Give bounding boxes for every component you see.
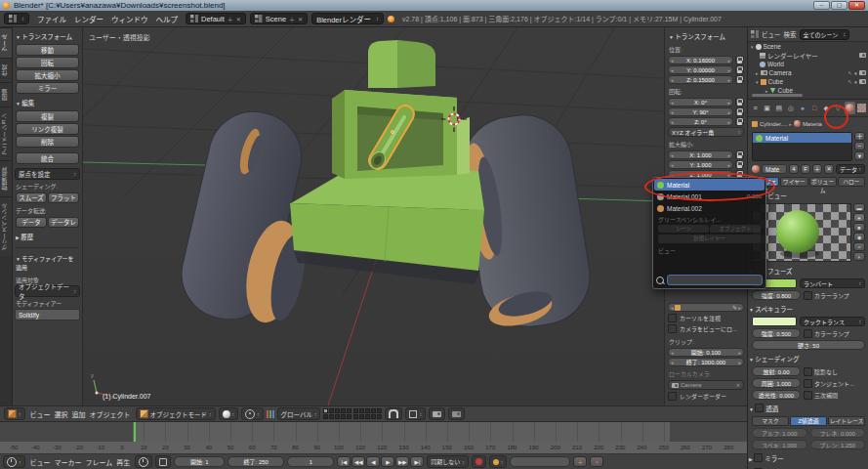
edit-tool-button[interactable]: 複製	[16, 110, 79, 122]
manipulator-icons[interactable]	[267, 410, 274, 418]
preview-range-toggle[interactable]	[135, 455, 152, 468]
snap-element-dropdown[interactable]: ↕	[405, 407, 426, 420]
popup-item-material-001[interactable]: Material.001 0.200	[654, 191, 765, 202]
preview-sphere-button[interactable]: ●	[853, 213, 865, 222]
shade-flat-button[interactable]: フラット	[48, 192, 79, 203]
render-engine-selector[interactable]: Blenderレンダー	[311, 13, 384, 24]
tab-modifiers-wrench-icon[interactable]: ◆	[821, 102, 832, 114]
breadcrumb-material[interactable]: Materia	[803, 121, 822, 127]
view3d-menu-item[interactable]: ビュー	[28, 411, 53, 418]
preview-hair-button[interactable]: ≈	[853, 242, 865, 251]
preview-sky-button[interactable]: ◗	[853, 252, 865, 261]
insert-keyframe-button[interactable]: ＋	[573, 456, 587, 467]
tab-create[interactable]: 作成	[0, 58, 12, 82]
edit-tool-button[interactable]: リンク複製	[16, 123, 79, 135]
clip-end-field[interactable]: 終了: 1000.000	[668, 358, 744, 366]
transform-tool-button[interactable]: 拡大縮小	[16, 69, 79, 81]
view3d-menu-item[interactable]: 選択	[53, 411, 70, 418]
panel-transparency[interactable]: 透過	[748, 401, 868, 415]
preview-cube-button[interactable]: ■	[853, 223, 865, 232]
tab-object-icon[interactable]: □	[808, 102, 819, 114]
lock-icon[interactable]	[735, 160, 744, 169]
panel-edit[interactable]: 編集	[15, 95, 80, 109]
properties-editor-icon[interactable]: ≡	[750, 102, 761, 114]
jump-to-start-button[interactable]: |◀	[337, 456, 351, 467]
outliner-item-render-layers[interactable]: レンダーレイヤー	[748, 51, 868, 60]
cubic-checkbox[interactable]: 三次補間	[804, 391, 838, 400]
specular-shader-dropdown[interactable]: クックトランス↕	[800, 317, 865, 326]
rot-y-field[interactable]: Y: 90°	[668, 107, 733, 116]
editor-type-button[interactable]	[4, 13, 29, 24]
lock-cursor-checkbox[interactable]: カーソルを注視	[668, 314, 744, 322]
diffuse-intensity-slider[interactable]: 強度: 0.800	[752, 290, 801, 300]
view3d-menu-item[interactable]: 追加	[70, 411, 88, 418]
translucency-field[interactable]: 透光性: 0.000	[752, 390, 801, 400]
pivot-dropdown[interactable]: ↕	[241, 407, 264, 420]
breadcrumb-object[interactable]: Cylinder....	[760, 121, 787, 127]
tab-world-icon[interactable]: ●	[797, 102, 807, 114]
viewport-3d[interactable]: x y ユーザー・透視投影 (1) Cylinder.007	[83, 27, 664, 405]
panel-shading[interactable]: シェーディング	[748, 351, 868, 365]
view3d-menu-item[interactable]: オブジェクト	[88, 411, 133, 418]
data-layout-button[interactable]: データレ	[48, 217, 79, 228]
titlebar[interactable]: Blender* [C:¥Users¥anazawa¥Downloads¥scr…	[0, 0, 868, 11]
panel-history[interactable]: 履歴	[15, 229, 80, 243]
modifier-name-field[interactable]: Solidify	[15, 309, 80, 320]
viewport-canvas[interactable]: x y	[83, 27, 664, 405]
tank-hull[interactable]	[290, 163, 484, 284]
slot-remove-button[interactable]: −	[854, 142, 865, 150]
outliner-item-world[interactable]: World	[748, 60, 868, 68]
tab-object-data-icon[interactable]: ▽	[833, 102, 844, 114]
outliner-hscrollbar[interactable]	[752, 94, 803, 97]
tab-scene-icon[interactable]: ◎	[785, 102, 796, 114]
outliner-view-menu[interactable]: ビュー	[762, 29, 781, 39]
scene-selector[interactable]: Scene ＋ ✕	[250, 13, 308, 24]
type-volume-tab[interactable]: ボリューム	[809, 177, 837, 187]
editor-type-3dview-button[interactable]: ↕	[4, 407, 25, 420]
transform-tool-button[interactable]: 移動	[16, 44, 79, 56]
renderable-camera-icon[interactable]	[859, 53, 866, 58]
set-origin-dropdown[interactable]: 原点を設定↕	[15, 168, 80, 180]
sync-dropdown[interactable]: 同期しない↕	[427, 455, 469, 468]
frame-lock-toggle[interactable]	[155, 455, 171, 468]
layer-buttons[interactable]	[323, 408, 382, 419]
preview-flat-button[interactable]: ▬	[853, 203, 865, 212]
tab-material-icon[interactable]	[845, 102, 855, 114]
raytrace-tab[interactable]: レイトレース	[828, 416, 865, 426]
timeline-menu-item[interactable]: フレーム	[84, 459, 115, 466]
current-frame-field[interactable]: 1	[287, 456, 334, 467]
specular-alpha-field[interactable]: スペキ: 1.000	[752, 440, 807, 449]
data-transfer-button[interactable]: データ	[16, 217, 47, 228]
orientation-dropdown[interactable]: グローバル↕	[277, 407, 321, 420]
menu-item[interactable]: ウィンドウ	[107, 16, 152, 24]
scene-add-button[interactable]: ＋	[289, 15, 295, 23]
tangent-checkbox[interactable]: タンジェント...	[804, 379, 854, 388]
scale-y-field[interactable]: Y: 1.000	[668, 160, 733, 169]
outliner-item-cube[interactable]: ▾ Cube ↖●	[748, 77, 868, 86]
delete-keyframe-button[interactable]: ✕	[590, 456, 603, 467]
specular-color-swatch[interactable]	[752, 317, 797, 326]
snap-toggle-button[interactable]	[385, 407, 402, 420]
mask-tab[interactable]: マスク	[752, 416, 789, 426]
transform-tool-button[interactable]: ミラー	[16, 82, 79, 94]
unlink-material-button[interactable]: ✕	[824, 164, 834, 174]
panel-npanel-transform[interactable]: トランスフォーム	[668, 28, 744, 43]
diffuse-shader-dropdown[interactable]: ランバート↕	[800, 278, 865, 288]
lock-icon[interactable]	[735, 75, 744, 84]
shade-smooth-button[interactable]: スムーズ	[16, 192, 47, 203]
menu-item[interactable]: レンダー	[70, 16, 107, 24]
jump-to-end-button[interactable]: ▶|	[410, 456, 424, 467]
viewport-shading-dropdown[interactable]: ↕	[219, 407, 239, 420]
layout-add-button[interactable]: ＋	[227, 15, 233, 23]
screen-layout-selector[interactable]: Default ＋ ✕	[186, 13, 246, 24]
editor-type-timeline-button[interactable]: ↕	[3, 455, 25, 468]
tab-physics[interactable]: 物理演算	[0, 160, 12, 196]
panel-apply-modifier[interactable]: モディファイアーを適用	[15, 251, 80, 274]
users-count-button[interactable]: 4	[789, 164, 799, 174]
ambient-field[interactable]: 周囲: 1.000	[752, 378, 801, 388]
outliner-display-dropdown[interactable]: 全てのシーン	[800, 29, 850, 40]
loc-x-field[interactable]: X: 0.16000	[668, 56, 733, 64]
render-opengl-button[interactable]	[429, 407, 445, 420]
keying-set-field[interactable]	[510, 456, 570, 467]
alpha-field[interactable]: アルフ: 1.000	[752, 428, 807, 438]
